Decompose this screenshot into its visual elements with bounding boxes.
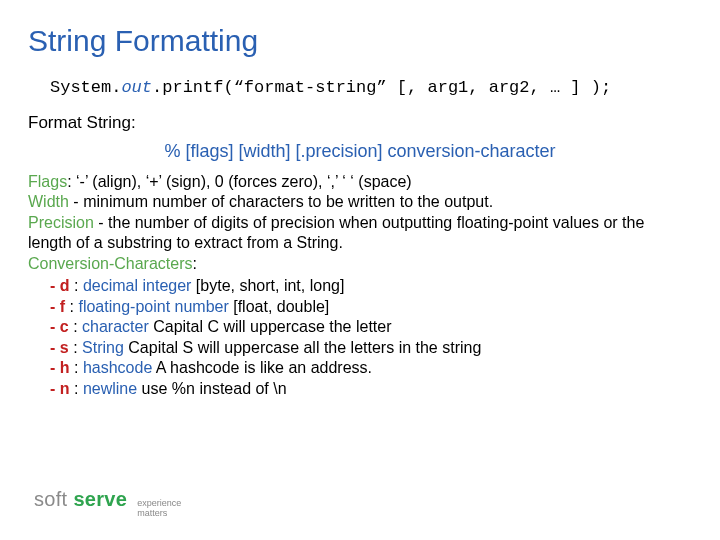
list-item: - c : character Capital C will uppercase…	[50, 317, 692, 337]
logo-tagline: experience matters	[137, 499, 181, 518]
format-pattern: % [flags] [width] [.precision] conversio…	[28, 141, 692, 162]
code-out-keyword: out	[121, 78, 152, 97]
conv-name: decimal integer	[83, 277, 192, 294]
footer-logo: softserve experience matters	[34, 488, 181, 518]
slide-title: String Formatting	[28, 24, 692, 58]
bullet-icon: -	[50, 318, 60, 335]
printf-syntax: System.out.printf(“format-string” [, arg…	[50, 78, 692, 97]
code-prefix: System.	[50, 78, 121, 97]
logo-part-serve: serve	[73, 488, 127, 511]
list-item: - s : String Capital S will uppercase al…	[50, 338, 692, 358]
conv-char-label: Conversion-Characters	[28, 255, 193, 272]
conversion-list: - d : decimal integer [byte, short, int,…	[28, 276, 692, 399]
conv-extra: Capital S will uppercase all the letters…	[124, 339, 482, 356]
width-line: Width - minimum number of characters to …	[28, 192, 692, 212]
flags-label: Flags	[28, 173, 67, 190]
bullet-icon: -	[50, 339, 60, 356]
list-item: - d : decimal integer [byte, short, int,…	[50, 276, 692, 296]
bullet-icon: -	[50, 298, 60, 315]
conv-extra: use %n instead of \n	[137, 380, 286, 397]
flags-text: : ‘-’ (align), ‘+’ (sign), 0 (forces zer…	[67, 173, 412, 190]
code-rest: .printf(“format-string” [, arg1, arg2, ……	[152, 78, 611, 97]
conv-code: h	[60, 359, 70, 376]
width-label: Width	[28, 193, 69, 210]
conversion-characters-label: Conversion-Characters:	[28, 254, 692, 274]
conv-code: n	[60, 380, 70, 397]
precision-text: - the number of digits of precision when…	[28, 214, 644, 251]
bullet-icon: -	[50, 277, 60, 294]
width-text: - minimum number of characters to be wri…	[69, 193, 493, 210]
conv-name: floating-point number	[78, 298, 228, 315]
conv-code: s	[60, 339, 69, 356]
conv-extra: [float, double]	[229, 298, 330, 315]
bullet-icon: -	[50, 359, 60, 376]
conv-code: d	[60, 277, 70, 294]
conv-name: character	[82, 318, 149, 335]
logo-tag-2: matters	[137, 509, 181, 518]
conv-name: newline	[83, 380, 137, 397]
precision-line: Precision - the number of digits of prec…	[28, 213, 692, 254]
conv-extra: [byte, short, int, long]	[191, 277, 344, 294]
list-item: - n : newline use %n instead of \n	[50, 379, 692, 399]
conv-char-colon: :	[193, 255, 197, 272]
bullet-icon: -	[50, 380, 60, 397]
precision-label: Precision	[28, 214, 94, 231]
conv-extra: A hashcode is like an address.	[152, 359, 372, 376]
format-string-label: Format String:	[28, 113, 692, 133]
flags-line: Flags: ‘-’ (align), ‘+’ (sign), 0 (force…	[28, 172, 692, 192]
list-item: - f : floating-point number [float, doub…	[50, 297, 692, 317]
list-item: - h : hashcode A hashcode is like an add…	[50, 358, 692, 378]
conv-code: c	[60, 318, 69, 335]
conv-name: String	[82, 339, 124, 356]
conv-extra: Capital C will uppercase the letter	[149, 318, 392, 335]
logo-part-soft: soft	[34, 488, 67, 511]
conv-name: hashcode	[83, 359, 152, 376]
